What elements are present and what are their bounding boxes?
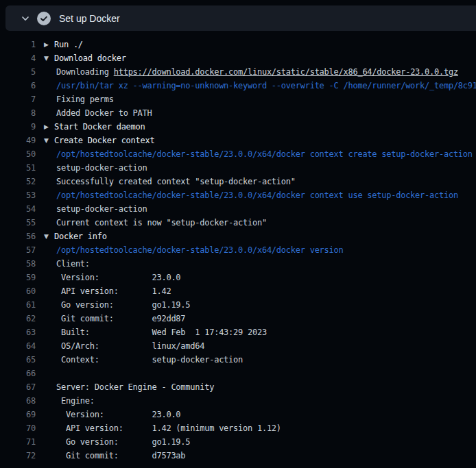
line-number-link[interactable]: 5: [0, 65, 36, 79]
log-line: 5Downloading https://download.docker.com…: [0, 65, 476, 79]
caret-expanded-icon[interactable]: ▼: [44, 230, 54, 243]
line-number-link[interactable]: 65: [0, 353, 36, 367]
line-number-link[interactable]: 64: [0, 339, 36, 353]
log-line: 6/usr/bin/tar xz --warning=no-unknown-ke…: [0, 79, 476, 93]
line-number-link[interactable]: 7: [0, 93, 36, 106]
line-number-link[interactable]: 61: [0, 298, 36, 312]
log-group-toggle[interactable]: ▶Start Docker daemon: [44, 120, 145, 134]
log-line: 60 API version: 1.42: [0, 284, 476, 298]
log-line: 8Added Docker to PATH: [0, 106, 476, 120]
line-number-link[interactable]: 54: [0, 202, 36, 216]
line-number-link[interactable]: 55: [0, 216, 36, 230]
line-number-link[interactable]: 6: [0, 79, 36, 93]
line-number-link[interactable]: 50: [0, 147, 36, 161]
line-number-link[interactable]: 68: [0, 394, 36, 408]
log-text: Fixing perms: [56, 93, 114, 106]
line-number-link[interactable]: 70: [0, 421, 36, 435]
log-line: 58Client:: [0, 257, 476, 271]
log-line: 72 Git commit: d7573ab: [0, 449, 476, 463]
log-url-link[interactable]: https://download.docker.com/linux/static…: [114, 67, 458, 77]
log-line: 66: [0, 367, 476, 380]
line-number-link[interactable]: 58: [0, 257, 36, 271]
log-text: OS/Arch: linux/amd64: [56, 339, 204, 353]
log-line: 49▼Create Docker context: [0, 134, 476, 147]
line-number-link[interactable]: 71: [0, 435, 36, 449]
caret-collapsed-icon[interactable]: ▶: [44, 120, 54, 134]
line-number-link[interactable]: 62: [0, 312, 36, 325]
log-line: 54setup-docker-action: [0, 202, 476, 216]
log-line: 56▼Docker info: [0, 230, 476, 243]
line-number-link[interactable]: 8: [0, 106, 36, 120]
log-line: 57/opt/hostedtoolcache/docker-stable/23.…: [0, 243, 476, 257]
log-line: 64 OS/Arch: linux/amd64: [0, 339, 476, 353]
log-line: 1▶Run ./: [0, 38, 476, 51]
line-number-link[interactable]: 69: [0, 408, 36, 421]
step-header[interactable]: Set up Docker: [5, 5, 476, 31]
log-line: 63 Built: Wed Feb 1 17:43:29 2023: [0, 325, 476, 339]
caret-expanded-icon[interactable]: ▼: [44, 51, 54, 65]
log-line: 53/opt/hostedtoolcache/docker-stable/23.…: [0, 188, 476, 202]
caret-collapsed-icon[interactable]: ▶: [44, 38, 54, 51]
log-group-toggle[interactable]: ▼Docker info: [44, 230, 107, 243]
log-text: Client:: [56, 257, 90, 271]
log-group-label: Create Docker context: [54, 136, 154, 145]
log-line: 55Current context is now "setup-docker-a…: [0, 216, 476, 230]
log-line: 51setup-docker-action: [0, 161, 476, 175]
log-text-segment: Downloading: [56, 67, 114, 77]
log-text: Added Docker to PATH: [56, 106, 152, 120]
log-command-text: /opt/hostedtoolcache/docker-stable/23.0.…: [56, 243, 343, 257]
log-text: Current context is now "setup-docker-act…: [56, 216, 267, 230]
log-line: 9▶Start Docker daemon: [0, 120, 476, 134]
log-group-label: Start Docker daemon: [54, 122, 145, 132]
log-line: 67Server: Docker Engine - Community: [0, 380, 476, 394]
log-text: Version: 23.0.0: [56, 408, 180, 421]
log-text: Successfully created context "setup-dock…: [56, 175, 296, 188]
log-text: setup-docker-action: [56, 161, 147, 175]
log-lines: 1▶Run ./4▼Download docker5Downloading ht…: [0, 31, 476, 468]
log-command-text: /usr/bin/tar xz --warning=no-unknown-key…: [56, 79, 476, 93]
log-text: API version: 1.42 (minimum version 1.12): [56, 421, 281, 435]
line-number-link[interactable]: 4: [0, 51, 36, 65]
caret-expanded-icon[interactable]: ▼: [44, 134, 54, 147]
line-number-link[interactable]: 9: [0, 120, 36, 134]
line-number-link[interactable]: 63: [0, 325, 36, 339]
line-number-link[interactable]: 72: [0, 449, 36, 463]
log-group-toggle[interactable]: ▶Run ./: [44, 38, 83, 51]
line-number-link[interactable]: 66: [0, 367, 36, 380]
log-line: 7Fixing perms: [0, 93, 476, 106]
log-text: setup-docker-action: [56, 202, 147, 216]
line-number-link[interactable]: 57: [0, 243, 36, 257]
log-command-text: /opt/hostedtoolcache/docker-stable/23.0.…: [56, 147, 473, 161]
log-text: API version: 1.42: [56, 284, 171, 298]
line-number-link[interactable]: 59: [0, 271, 36, 284]
log-viewer: Set up Docker 1▶Run ./4▼Download docker5…: [0, 0, 476, 468]
log-line: 4▼Download docker: [0, 51, 476, 65]
line-number-link[interactable]: 52: [0, 175, 36, 188]
log-text: Server: Docker Engine - Community: [56, 380, 214, 394]
log-line: 65 Context: setup-docker-action: [0, 353, 476, 367]
line-number-link[interactable]: 67: [0, 380, 36, 394]
line-number-link[interactable]: 51: [0, 161, 36, 175]
log-group-toggle[interactable]: ▼Create Docker context: [44, 134, 154, 147]
log-group-label: Run ./: [54, 40, 83, 49]
log-group-toggle[interactable]: ▼Download docker: [44, 51, 126, 65]
line-number-link[interactable]: 49: [0, 134, 36, 147]
log-text: Go version: go1.19.5: [56, 435, 190, 449]
log-text: Git commit: d7573ab: [56, 449, 185, 463]
log-group-label: Docker info: [54, 232, 107, 241]
log-text: Built: Wed Feb 1 17:43:29 2023: [56, 325, 267, 339]
log-text: Downloading https://download.docker.com/…: [56, 65, 458, 79]
line-number-link[interactable]: 56: [0, 230, 36, 243]
log-text: Engine:: [56, 394, 95, 408]
log-line: 69 Version: 23.0.0: [0, 408, 476, 421]
line-number-link[interactable]: 1: [0, 38, 36, 51]
log-text: Go version: go1.19.5: [56, 298, 190, 312]
log-line: 71 Go version: go1.19.5: [0, 435, 476, 449]
line-number-link[interactable]: 60: [0, 284, 36, 298]
log-line: 59 Version: 23.0.0: [0, 271, 476, 284]
chevron-down-icon[interactable]: [21, 14, 30, 23]
check-circle-icon: [37, 12, 51, 25]
log-line: 68 Engine:: [0, 394, 476, 408]
line-number-link[interactable]: 53: [0, 188, 36, 202]
step-title: Set up Docker: [59, 13, 120, 24]
